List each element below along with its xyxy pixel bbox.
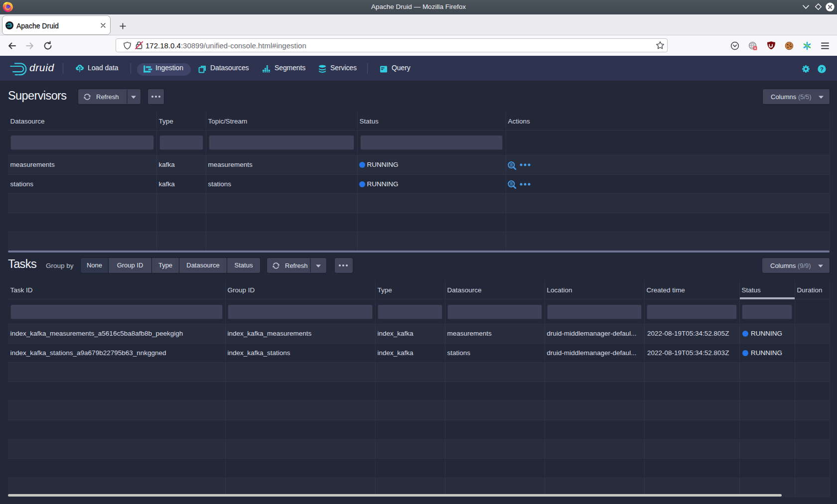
svg-text:?: ? [820,66,824,72]
